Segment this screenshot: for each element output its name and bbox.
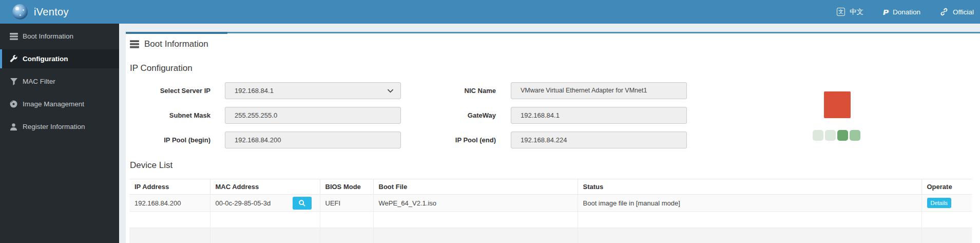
link-icon <box>940 8 948 16</box>
official-label: Official <box>953 8 974 16</box>
device-mac: 00-0c-29-85-05-3d <box>216 199 271 207</box>
header-links: 文 中文 P Donation Official <box>837 0 974 24</box>
ip-pool-end-label: IP Pool (end) <box>393 132 496 148</box>
table-row: 192.168.84.200 00-0c-29-85-05-3d UEFI We… <box>129 195 972 212</box>
sidebar-item-mac-filter[interactable]: MAC Filter <box>0 72 119 91</box>
search-icon <box>299 200 305 207</box>
mac-search-button[interactable] <box>293 197 312 210</box>
status-cell <box>837 130 848 141</box>
table-row <box>129 212 972 228</box>
paypal-icon: P <box>883 8 888 16</box>
subnet-mask-label: Subnet Mask <box>126 107 210 124</box>
col-ip-address: IP Address <box>129 179 210 195</box>
subnet-mask-field[interactable]: 255.255.255.0 <box>225 107 401 124</box>
sidebar: Boot Information Configuration MAC Filte… <box>0 24 119 243</box>
panel-title: Boot Information <box>130 39 208 49</box>
disc-icon <box>9 100 18 108</box>
gateway-label: GateWay <box>393 107 496 124</box>
sidebar-item-configuration[interactable]: Configuration <box>0 49 119 68</box>
col-bios-mode: BIOS Mode <box>320 179 373 195</box>
filter-icon <box>9 78 18 85</box>
ip-pool-begin-value: 192.168.84.200 <box>235 136 281 144</box>
gateway-value: 192.168.84.1 <box>521 111 560 119</box>
status-cell <box>813 130 823 141</box>
app-title: iVentoy <box>34 6 69 18</box>
sidebar-item-image-management[interactable]: Image Management <box>0 95 119 114</box>
device-ip: 192.168.84.200 <box>129 195 210 212</box>
server-ip-select[interactable]: 192.168.84.1 <box>225 82 401 99</box>
chevron-down-icon <box>388 89 393 93</box>
details-button[interactable]: Details <box>927 198 952 208</box>
select-server-ip-label: Select Server IP <box>126 82 210 99</box>
table-row <box>129 228 972 243</box>
table-header-row: IP Address MAC Address BIOS Mode Boot Fi… <box>129 179 972 195</box>
ip-pool-begin-field[interactable]: 192.168.84.200 <box>225 132 401 148</box>
nic-name-value: VMware Virtual Ethernet Adapter for VMne… <box>521 87 647 94</box>
wrench-icon <box>9 55 18 63</box>
device-bios-mode: UEFI <box>320 195 373 212</box>
panel-title-text: Boot Information <box>144 39 208 49</box>
device-list-heading: Device List <box>130 160 172 171</box>
sidebar-item-label: Boot Information <box>23 32 73 40</box>
device-mac-cell: 00-0c-29-85-05-3d <box>210 195 320 212</box>
col-status: Status <box>578 179 921 195</box>
status-cell <box>825 130 836 141</box>
server-stack-icon <box>9 33 18 40</box>
translate-icon: 文 <box>837 8 845 16</box>
col-operate: Operate <box>921 179 972 195</box>
official-link[interactable]: Official <box>940 8 974 16</box>
col-boot-file: Boot File <box>373 179 578 195</box>
ip-pool-end-field[interactable]: 192.168.84.224 <box>511 132 687 148</box>
sidebar-item-label: MAC Filter <box>23 78 55 85</box>
sidebar-item-label: Register Information <box>23 123 85 130</box>
donation-label: Donation <box>893 8 920 16</box>
server-ip-value: 192.168.84.1 <box>235 87 274 95</box>
sidebar-item-boot-information[interactable]: Boot Information <box>0 27 119 46</box>
device-status: Boot image file in [manual mode] <box>578 195 921 212</box>
brand: iVentoy <box>0 0 119 24</box>
content-area: Boot Information IP Configuration Select… <box>119 24 980 243</box>
stop-server-button[interactable] <box>824 91 851 118</box>
donation-link[interactable]: P Donation <box>883 8 920 16</box>
device-table: IP Address MAC Address BIOS Mode Boot Fi… <box>129 179 972 243</box>
subnet-mask-value: 255.255.255.0 <box>235 111 277 119</box>
sidebar-item-label: Configuration <box>23 55 68 63</box>
gateway-field[interactable]: 192.168.84.1 <box>511 107 687 124</box>
language-switch[interactable]: 文 中文 <box>837 7 863 16</box>
status-cells <box>813 130 860 141</box>
boot-information-panel: Boot Information IP Configuration Select… <box>126 32 980 243</box>
iventoy-logo-icon <box>12 4 28 20</box>
nic-name-field[interactable]: VMware Virtual Ethernet Adapter for VMne… <box>511 82 687 99</box>
language-label: 中文 <box>850 7 863 16</box>
col-mac-address: MAC Address <box>210 179 320 195</box>
user-icon <box>9 123 18 130</box>
top-header: iVentoy 文 中文 P Donation Official <box>0 0 980 24</box>
status-cell <box>850 130 860 141</box>
server-stack-icon <box>130 40 139 48</box>
ip-pool-end-value: 192.168.84.224 <box>521 136 567 144</box>
ip-configuration-heading: IP Configuration <box>130 63 193 73</box>
ip-pool-begin-label: IP Pool (begin) <box>126 132 210 148</box>
device-operate-cell: Details <box>921 195 972 212</box>
nic-name-label: NIC Name <box>393 82 496 99</box>
sidebar-item-register-information[interactable]: Register Information <box>0 117 119 136</box>
device-boot-file: WePE_64_V2.1.iso <box>373 195 578 212</box>
active-tab-indicator <box>126 32 227 34</box>
sidebar-item-label: Image Management <box>23 100 84 108</box>
